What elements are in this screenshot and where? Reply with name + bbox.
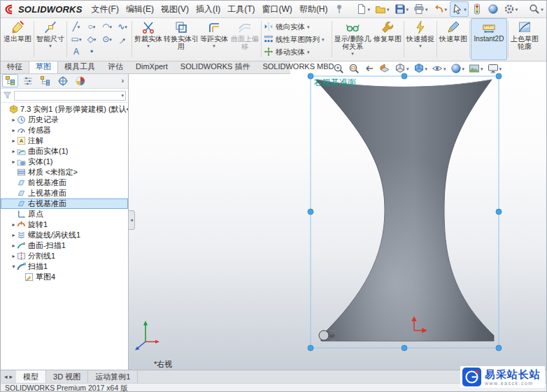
tree-filter-input[interactable]: ▾ <box>14 91 126 101</box>
zoom-area-button[interactable] <box>348 63 360 74</box>
view-settings-button[interactable]: ▾ <box>488 63 502 74</box>
edit-appearance-button[interactable] <box>485 1 501 17</box>
arc-tool-button[interactable]: ◠▾ <box>99 20 115 33</box>
move-entities-button[interactable]: 移动实体 ▾ <box>264 46 331 57</box>
offset-entities-button[interactable]: 等距实体 ▾ <box>199 18 229 60</box>
point-tool-button[interactable]: • <box>84 45 99 58</box>
linear-sketch-pattern-button[interactable]: 线性草图阵列 ▾ <box>264 34 331 45</box>
dimxpertmanager-tab[interactable] <box>55 74 71 87</box>
fillet-tool-button[interactable]: ◞▾ <box>115 33 130 45</box>
tree-item-root[interactable]: 7.3 实例1 (异形弹簧建模) (默认<<默认 <box>1 104 128 115</box>
displaymanager-tab[interactable] <box>72 74 88 87</box>
expand-caret-icon[interactable]: ▸ <box>10 127 17 133</box>
spline-tool-button[interactable]: ∿▾ <box>115 20 130 33</box>
expand-caret-icon[interactable]: ▸ <box>10 222 17 228</box>
tree-item-right-plane[interactable]: 右视基准面 <box>1 198 128 209</box>
apply-scene-button[interactable]: ▾ <box>469 63 483 74</box>
expand-caret-icon[interactable]: ▾ <box>10 263 17 270</box>
polygon-tool-button[interactable]: ◇▾ <box>84 33 99 45</box>
tree-item-top-plane[interactable]: 上视基准面 <box>1 188 128 198</box>
tree-item-helix1[interactable]: ▸ 螺旋线/涡状线1 <box>1 230 128 240</box>
tab-sketch[interactable]: 草图 <box>29 59 58 73</box>
undo-button[interactable]: ▾ <box>431 1 450 17</box>
graphics-area[interactable]: ▾ ▾ ▾ ▾ ▾ ▾ <box>129 59 547 370</box>
tree-item-origin[interactable]: 原点 <box>1 209 128 219</box>
rebuild-button[interactable] <box>469 1 485 17</box>
options-button[interactable]: ▾ <box>502 1 520 17</box>
sketch-circle[interactable] <box>319 331 329 340</box>
offset-on-surface-button[interactable]: 曲面上偏移 <box>229 18 260 60</box>
tree-item-solid-bodies[interactable]: ▸ 实体(1) <box>1 157 128 167</box>
menu-file[interactable]: 文件(F) <box>88 1 122 17</box>
mirror-entities-button[interactable]: 镜向实体 ▾ <box>264 21 331 32</box>
tree-item-sketch4[interactable]: 草图4 <box>1 272 128 282</box>
trim-entities-button[interactable]: 剪裁实体 ▾ <box>133 18 164 60</box>
tab-dimxpert[interactable]: DimXpert <box>129 59 174 73</box>
3d-scene[interactable]: 5 <box>129 59 547 370</box>
tree-item-split-line1[interactable]: ▸ 分割线1 <box>1 251 128 261</box>
tab-3d-views[interactable]: 3D 视图 <box>46 370 88 383</box>
view-orientation-button[interactable]: ▾ <box>395 63 409 74</box>
select-tool-button[interactable]: ▾ <box>450 1 469 17</box>
scroll-tabs-left-icon[interactable]: ◂ <box>4 373 8 380</box>
instant2d-button[interactable]: Instant2D <box>471 18 507 60</box>
expand-caret-icon[interactable]: ▸ <box>10 148 17 154</box>
expand-caret-icon[interactable]: ▸ <box>10 138 17 144</box>
tab-solidworks-mbd[interactable]: SOLIDWORKS MBD <box>256 59 340 73</box>
tree-item-sensors[interactable]: ▸ 传感器 <box>1 125 128 136</box>
previous-view-button[interactable] <box>364 63 375 74</box>
edit-appearance-button-hud[interactable]: ▾ <box>450 63 465 74</box>
print-button[interactable]: ▾ <box>411 1 430 17</box>
tree-item-history[interactable]: ▸ 历史记录 <box>1 115 128 125</box>
tab-solidworks-add-ins[interactable]: SOLIDWORKS 插件 <box>174 59 257 73</box>
menu-insert[interactable]: 插入(I) <box>192 1 224 17</box>
display-delete-relations-button[interactable]: 显示/删除几何关系 ▾ <box>333 18 372 60</box>
search-button[interactable]: ▾ <box>527 1 546 17</box>
repair-sketch-button[interactable]: 修复草图 <box>372 18 403 60</box>
ellipse-tool-button[interactable]: ⊙▾ <box>99 33 115 45</box>
shaded-sketch-contours-button[interactable]: 上色草图轮廓 <box>509 18 540 60</box>
pin-menu-icon[interactable] <box>334 3 345 15</box>
tree-item-surface-sweep1[interactable]: ▸ 曲面-扫描1 <box>1 240 128 251</box>
display-style-button[interactable]: ▾ <box>413 63 428 74</box>
configurationmanager-tab[interactable] <box>37 74 53 87</box>
convert-entities-button[interactable]: 转换实体引用 <box>164 18 199 60</box>
tree-item-surface-bodies[interactable]: ▸ 曲面实体(1) <box>1 146 128 157</box>
tab-features[interactable]: 特征 <box>1 59 29 73</box>
expand-caret-icon[interactable]: ▸ <box>10 232 17 238</box>
tree-item-sweep1[interactable]: ▾ 扫描1 <box>1 261 128 272</box>
panel-expand-chevron-icon[interactable]: › <box>119 77 127 85</box>
save-button[interactable]: ▾ <box>392 1 411 17</box>
open-button[interactable]: ▾ <box>373 1 392 17</box>
tab-model[interactable]: 模型 <box>16 370 46 383</box>
menu-tools[interactable]: 工具(T) <box>224 1 258 17</box>
tree-item-front-plane[interactable]: 前视基准面 <box>1 177 128 188</box>
featuremanager-tab[interactable] <box>2 74 18 87</box>
menu-view[interactable]: 视图(V) <box>157 1 192 17</box>
panel-splitter-handle[interactable]: ◂ <box>129 210 135 230</box>
menu-window[interactable]: 窗口(W) <box>259 1 296 17</box>
new-document-button[interactable]: ▾ <box>354 1 373 17</box>
scroll-tabs-right-icon[interactable]: ▸ <box>10 373 13 380</box>
menu-help[interactable]: 帮助(H) <box>296 1 332 17</box>
tab-motion-study1[interactable]: 运动算例1 <box>88 370 138 383</box>
expand-caret-icon[interactable]: ▸ <box>10 159 17 165</box>
smart-dimension-button[interactable]: 智能尺寸 ▾ <box>35 18 66 60</box>
text-tool-button[interactable]: A <box>69 45 84 58</box>
tree-item-material[interactable]: 材质 <未指定> <box>1 167 128 177</box>
section-view-button[interactable] <box>379 63 390 74</box>
rapid-sketch-button[interactable]: 快速草图 <box>438 18 469 60</box>
expand-caret-icon[interactable]: ▸ <box>10 242 17 249</box>
propertymanager-tab[interactable] <box>20 74 36 87</box>
exit-sketch-button[interactable]: 退出草图 <box>2 18 33 60</box>
circle-tool-button[interactable]: ○▾ <box>84 20 99 33</box>
tab-evaluate[interactable]: 评估 <box>101 59 129 73</box>
rectangle-tool-button[interactable]: ▭▾ <box>69 33 84 45</box>
tab-mold-tools[interactable]: 模具工具 <box>58 59 101 73</box>
expand-caret-icon[interactable]: ▸ <box>10 117 17 123</box>
tree-item-annotations[interactable]: ▸ 注解 <box>1 136 128 146</box>
line-tool-button[interactable]: ╱▾ <box>69 20 84 33</box>
menu-edit[interactable]: 编辑(E) <box>122 1 157 17</box>
quick-snaps-button[interactable]: 快速捕捉 ▾ <box>405 18 436 60</box>
tree-item-revolve1[interactable]: ▸ 旋转1 <box>1 219 128 230</box>
